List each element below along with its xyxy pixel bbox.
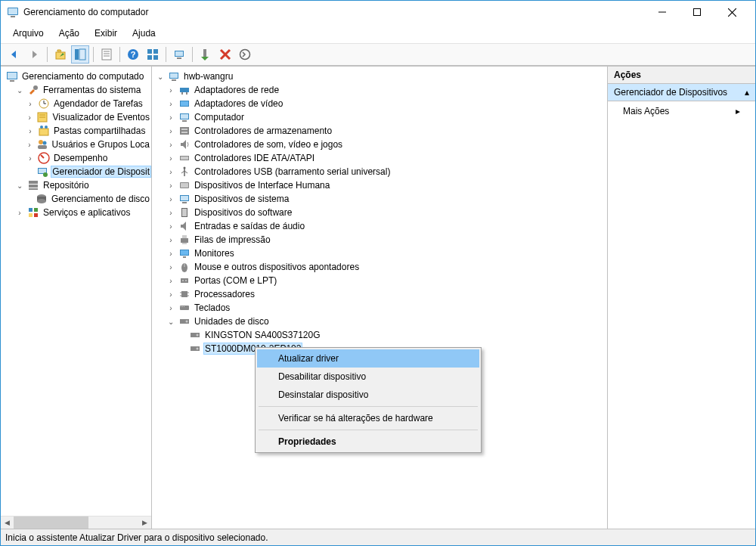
forward-button[interactable] [25, 45, 43, 64]
expand-icon[interactable]: › [14, 207, 25, 218]
close-button[interactable] [714, 1, 749, 23]
expand-icon[interactable]: › [25, 126, 36, 136]
tree-gerenciamento-disco[interactable]: Gerenciamento de disco [4, 192, 151, 206]
menu-ajuda[interactable]: Ajuda [126, 25, 162, 42]
tree-label: Adaptadores de vídeo [193, 98, 284, 109]
device-category[interactable]: ›Monitores [155, 247, 607, 260]
device-category[interactable]: ›Teclados [155, 301, 607, 315]
tree-root[interactable]: Gerenciamento do computado [4, 70, 151, 83]
ctx-update-driver[interactable]: Atualizar driver [257, 349, 479, 368]
expand-icon[interactable]: › [166, 180, 176, 191]
enable-button[interactable] [197, 45, 215, 64]
device-category[interactable]: ›Computador [155, 110, 607, 124]
expand-icon[interactable]: › [25, 153, 36, 163]
svg-point-106 [186, 321, 188, 323]
tree-agendador[interactable]: › Agendador de Tarefas [4, 97, 151, 110]
actions-more[interactable]: Mais Ações ▸ [608, 101, 755, 121]
tree-servicos[interactable]: › Serviços e aplicativos [4, 206, 151, 219]
expand-icon[interactable]: › [166, 302, 176, 313]
device-category[interactable]: ›Dispositivos do software [155, 206, 607, 219]
properties-button[interactable] [98, 45, 116, 64]
expand-icon[interactable]: › [166, 207, 176, 218]
tree-desempenho[interactable]: › Desempenho [4, 151, 151, 165]
svg-rect-42 [38, 145, 47, 149]
ctx-disable-device[interactable]: Desabilitar dispositivo [257, 368, 479, 386]
expand-icon[interactable]: › [25, 139, 34, 150]
ctx-uninstall-device[interactable]: Desinstalar dispositivo [257, 386, 479, 404]
expand-icon[interactable]: › [25, 98, 36, 109]
device-category[interactable]: ›Controladores de armazenamento [155, 124, 607, 138]
collapse-icon[interactable]: ⌄ [14, 180, 25, 191]
device-disk-drives[interactable]: ⌄Unidades de disco [155, 315, 607, 328]
uninstall-button[interactable] [216, 45, 234, 64]
maximize-button[interactable] [680, 1, 714, 23]
expand-icon[interactable]: › [166, 139, 176, 150]
tree-label: Gerenciador de Disposit [51, 166, 151, 178]
tree-label: Portas (COM e LPT) [193, 275, 278, 286]
expand-icon[interactable]: › [166, 289, 176, 299]
collapse-icon[interactable]: ⌄ [155, 71, 166, 82]
scroll-track[interactable] [14, 517, 138, 529]
device-root[interactable]: ⌄ hwb-wangru [155, 70, 607, 83]
display-adapter-icon [178, 98, 191, 110]
expand-icon[interactable]: › [166, 221, 176, 231]
ctx-properties[interactable]: Propriedades [257, 433, 479, 451]
device-category[interactable]: ›Controladores de som, vídeo e jogos [155, 138, 607, 151]
expand-icon[interactable]: › [166, 98, 176, 109]
ctx-scan-hardware[interactable]: Verificar se há alterações de hardware [257, 409, 479, 427]
scroll-thumb[interactable] [14, 517, 88, 529]
expand-icon[interactable]: › [166, 153, 176, 163]
expand-icon[interactable]: › [166, 234, 176, 245]
tree-ferramentas[interactable]: ⌄ Ferramentas do sistema [4, 83, 151, 97]
scroll-left-button[interactable]: ◀ [1, 517, 14, 529]
device-category[interactable]: ›Processadores [155, 287, 607, 301]
tree-pastas[interactable]: › Pastas compartilhadas [4, 124, 151, 138]
device-category[interactable]: ›Adaptadores de rede [155, 83, 607, 97]
menu-arquivo[interactable]: Arquivo [7, 25, 50, 42]
up-button[interactable] [51, 45, 70, 64]
menu-exibir[interactable]: Exibir [88, 25, 123, 42]
device-category[interactable]: ›Controladores USB (barramento serial un… [155, 165, 607, 178]
device-category[interactable]: ›Adaptadores de vídeo [155, 97, 607, 110]
expand-icon[interactable]: › [166, 275, 176, 286]
device-category[interactable]: ›Mouse e outros dispositivos apontadores [155, 260, 607, 274]
svg-rect-1 [8, 8, 17, 14]
tree-repositorio[interactable]: ⌄ Repositório [4, 178, 151, 192]
horizontal-scrollbar[interactable]: ◀ ▶ [1, 516, 151, 529]
expand-icon[interactable]: › [166, 112, 176, 123]
collapse-icon[interactable]: ⌄ [14, 85, 25, 95]
update-driver-button[interactable] [236, 45, 254, 64]
view-button[interactable] [144, 45, 162, 64]
device-category[interactable]: ›Entradas e saídas de áudio [155, 219, 607, 233]
scroll-right-button[interactable]: ▶ [138, 517, 151, 529]
device-category[interactable]: ›Dispositivos de Interface Humana [155, 178, 607, 192]
console-tree[interactable]: Gerenciamento do computado ⌄ Ferramentas… [1, 67, 151, 516]
show-hide-tree-button[interactable] [71, 45, 89, 64]
expand-icon[interactable]: › [25, 112, 34, 123]
tree-visualizador[interactable]: › Visualizador de Eventos [4, 110, 151, 124]
collapse-icon[interactable]: ⌄ [166, 316, 176, 327]
scan-hardware-button[interactable] [170, 45, 188, 64]
device-category[interactable]: ›Controladores IDE ATA/ATAPI [155, 151, 607, 165]
computer-icon [178, 111, 191, 123]
device-category[interactable]: ›Dispositivos de sistema [155, 192, 607, 206]
expand-icon[interactable]: › [166, 262, 176, 272]
expand-icon[interactable]: › [166, 85, 176, 95]
actions-subheader[interactable]: Gerenciador de Dispositivos ▴ [608, 84, 755, 101]
device-tree[interactable]: ⌄ hwb-wangru ›Adaptadores de rede ›Adapt… [152, 67, 607, 529]
tree-gerenciador-dispositivos[interactable]: Gerenciador de Disposit [4, 165, 151, 178]
back-button[interactable] [5, 45, 23, 64]
minimize-button[interactable] [645, 1, 680, 23]
device-disk-item[interactable]: KINGSTON SA400S37120G [155, 328, 607, 342]
device-category[interactable]: ›Filas de impressão [155, 233, 607, 247]
tree-label: Repositório [42, 180, 91, 191]
device-category[interactable]: ›Portas (COM e LPT) [155, 274, 607, 287]
tree-usuarios[interactable]: › Usuários e Grupos Loca [4, 138, 151, 151]
expand-icon[interactable]: › [166, 194, 176, 204]
event-viewer-icon [36, 111, 48, 123]
help-button[interactable]: ? [124, 45, 142, 64]
expand-icon[interactable]: › [166, 166, 176, 177]
menu-acao[interactable]: Ação [53, 25, 85, 42]
expand-icon[interactable]: › [166, 126, 176, 136]
expand-icon[interactable]: › [166, 248, 176, 259]
